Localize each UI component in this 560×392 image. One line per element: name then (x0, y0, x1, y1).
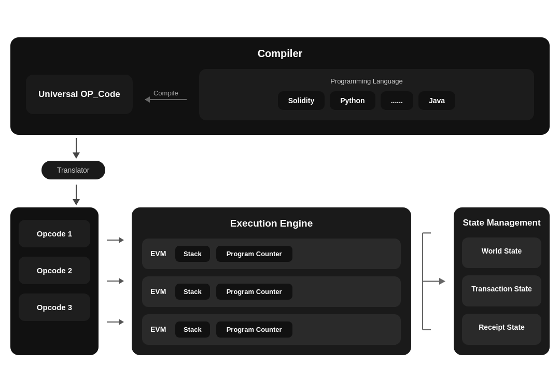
execution-engine-title: Execution Engine (142, 218, 401, 229)
compile-arrow-area: Compile (133, 89, 199, 100)
lang-solidity[interactable]: Solidity (278, 91, 325, 110)
evm-3-label: EVM (150, 325, 169, 333)
evm-1-label: EVM (150, 249, 169, 258)
transaction-state-box: Transaction State (462, 275, 541, 306)
execution-engine-panel: Execution Engine EVM Stack Program Count… (132, 207, 411, 355)
translator-box: Translator (41, 161, 105, 179)
compile-arrow (145, 99, 187, 100)
opcodes-panel: Opcode 1 Opcode 2 Opcode 3 (10, 207, 99, 355)
opcode-2-box: Opcode 2 (19, 257, 90, 284)
lang-python[interactable]: Python (330, 91, 375, 110)
state-mgmt-title: State Management (462, 218, 541, 228)
universal-opcode-label: Universal OP_Code (38, 89, 120, 99)
lang-buttons: Solidity Python ...... Java (212, 91, 522, 110)
universal-opcode-box: Universal OP_Code (26, 75, 133, 114)
evm-row-3: EVM Stack Program Counter (142, 314, 401, 345)
lang-dots: ...... (381, 91, 413, 110)
evm-1-stack: Stack (175, 246, 210, 262)
evm-row-1: EVM Stack Program Counter (142, 239, 401, 269)
evm-2-label: EVM (150, 287, 169, 296)
evm-row-2: EVM Stack Program Counter (142, 276, 401, 307)
arrow-to-main (10, 185, 80, 205)
opcode-1-box: Opcode 1 (19, 220, 90, 247)
translator-label: Translator (57, 166, 90, 174)
receipt-state-box: Receipt State (462, 314, 541, 345)
arrow-opcode3 (107, 321, 123, 323)
programming-language-box: Programming Language Solidity Python ...… (199, 69, 534, 120)
evm-3-stack: Stack (175, 321, 210, 338)
arrow-opcode2 (107, 281, 123, 282)
evm-1-pc: Program Counter (216, 246, 292, 262)
main-row: Opcode 1 Opcode 2 Opcode 3 Execution Eng… (10, 207, 550, 355)
opcode-3-box: Opcode 3 (19, 293, 90, 321)
arrow-to-translator (10, 138, 80, 159)
engine-to-state-arrow (419, 207, 445, 355)
opcodes-to-engine-arrows (107, 207, 123, 355)
diagram-wrapper: Compiler Universal OP_Code Compile Progr… (10, 37, 550, 355)
arrow-opcode1 (107, 240, 123, 241)
state-management-panel: State Management World State Transaction… (454, 207, 550, 355)
evm-2-pc: Program Counter (216, 284, 292, 300)
compiler-title: Compiler (26, 48, 534, 60)
lang-java[interactable]: Java (418, 91, 455, 110)
compile-label: Compile (153, 89, 178, 97)
translator-container: Translator (10, 161, 105, 179)
evm-3-pc: Program Counter (216, 321, 292, 338)
prog-lang-title: Programming Language (212, 77, 522, 85)
compiler-section: Compiler Universal OP_Code Compile Progr… (10, 37, 550, 135)
world-state-box: World State (462, 237, 541, 269)
evm-2-stack: Stack (175, 284, 210, 300)
svg-marker-4 (439, 277, 445, 284)
